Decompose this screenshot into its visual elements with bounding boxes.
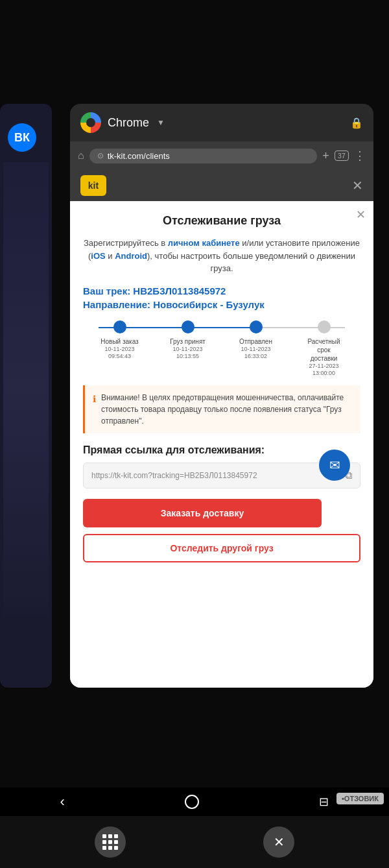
step-dot-4 <box>318 320 331 333</box>
step-date-2: 10-11-202310:13:55 <box>172 346 202 361</box>
tracking-number: Ваш трек: НВ2Б3Л0113845972 <box>83 285 360 296</box>
step-date-1: 10-11-202309:54:43 <box>104 346 134 361</box>
email-fab-button[interactable]: ✉ <box>319 450 350 481</box>
chrome-logo-icon <box>80 112 101 133</box>
add-tab-button[interactable]: + <box>322 149 329 163</box>
tracking-link-url: https://tk-kit.com?tracking=НВ2Б3Л011384… <box>91 471 340 480</box>
secure-icon: ⊙ <box>97 151 104 160</box>
progress-tracker: Новый заказ 10-11-202309:54:43 Груз прин… <box>83 320 360 378</box>
step-label-3: Отправлен <box>239 337 272 346</box>
nav-home-button[interactable] <box>185 795 199 809</box>
kit-logo-bar: kit ✕ <box>70 170 373 201</box>
warning-icon: ℹ <box>93 392 96 406</box>
tracking-link-title: Прямая ссылка для отслеживания: <box>83 444 360 457</box>
url-actions: + 37 ⋮ <box>322 149 366 163</box>
modal-desc-text3: и <box>106 251 115 261</box>
web-content: kit ✕ ✕ Отслеживание груза Зарегистрируй… <box>70 170 373 688</box>
android-nav-bar: ‹ ⊟ <box>0 788 389 816</box>
step-date-3: 10-11-202316:33:02 <box>241 346 270 361</box>
modal-area: ✕ Отслеживание груза Зарегистрируйтесь в… <box>70 201 373 688</box>
modal-close-button[interactable]: ✕ <box>356 208 366 222</box>
chrome-app-title: Chrome <box>108 116 149 130</box>
watermark: •ОТЗОВИК <box>336 793 384 804</box>
home-icon[interactable]: ⌂ <box>78 150 84 162</box>
url-text: tk-kit.com/clients <box>108 151 170 161</box>
popup-close-button[interactable]: ✕ <box>352 178 363 193</box>
chrome-lock-icon: 🔒 <box>350 117 363 129</box>
step-dot-3 <box>250 320 263 333</box>
chrome-header: Chrome ▼ 🔒 <box>70 104 373 141</box>
link-ios[interactable]: iOS <box>91 251 105 261</box>
tracker-step-4: Расчетный срок доставки 27-11-202313:00:… <box>290 320 358 378</box>
modal-desc-text4: ), чтобы настроить больше уведомлений о … <box>147 251 355 274</box>
tracking-info: Ваш трек: НВ2Б3Л0113845972 Направление: … <box>83 285 360 310</box>
task-close-button[interactable]: ✕ <box>263 826 294 858</box>
track-another-button[interactable]: Отследить другой груз <box>83 534 360 562</box>
grid-icon <box>102 834 118 850</box>
link-cabinet[interactable]: личном кабинете <box>168 238 240 248</box>
tab-count-badge[interactable]: 37 <box>335 151 349 161</box>
close-x-icon: ✕ <box>274 834 285 850</box>
vk-icon: ВК <box>8 123 36 152</box>
modal-content: Отслеживание груза Зарегистрируйтесь в л… <box>70 201 373 688</box>
link-android[interactable]: Android <box>115 251 147 261</box>
step-dot-2 <box>182 320 194 333</box>
kit-logo: kit <box>80 175 106 196</box>
step-label-4: Расчетный срок доставки <box>305 337 344 363</box>
button-row: Заказать доставку ✉ <box>83 499 360 527</box>
order-delivery-button[interactable]: Заказать доставку <box>83 499 322 527</box>
nav-recent-button[interactable]: ⊟ <box>319 795 329 809</box>
warning-box: ℹ Внимание! В целях предотвращения мошен… <box>83 385 360 433</box>
tracker-step-3: Отправлен 10-11-202316:33:02 <box>222 320 290 361</box>
url-bar: ⌂ ⊙ tk-kit.com/clients + 37 ⋮ <box>70 141 373 170</box>
url-input-area[interactable]: ⊙ tk-kit.com/clients <box>89 149 318 163</box>
warning-text: Внимание! В целях предотвращения мошенни… <box>101 392 353 427</box>
vk-app-card: ВК <box>0 104 52 688</box>
task-switcher-grid-button[interactable] <box>95 826 126 858</box>
step-label-1: Новый заказ <box>100 337 138 346</box>
tracking-route: Направление: Новосибирск - Бузулук <box>83 299 360 310</box>
modal-description: Зарегистрируйтесь в личном кабинете и/ил… <box>83 237 360 275</box>
tracker-step-1: Новый заказ 10-11-202309:54:43 <box>86 320 154 361</box>
tracker-step-2: Груз принят 10-11-202310:13:55 <box>154 320 222 361</box>
android-task-switcher-bar: ✕ <box>0 816 389 868</box>
step-date-4: 27-11-202313:00:00 <box>309 363 338 378</box>
chrome-dropdown-icon[interactable]: ▼ <box>157 118 165 127</box>
vk-app-content <box>3 162 49 616</box>
modal-desc-text1: Зарегистрируйтесь в <box>84 238 168 248</box>
nav-back-button[interactable]: ‹ <box>60 793 65 810</box>
chrome-card: Chrome ▼ 🔒 ⌂ ⊙ tk-kit.com/clients + 37 ⋮… <box>70 104 373 688</box>
step-label-2: Груз принят <box>170 337 206 346</box>
step-dot-1 <box>113 320 126 333</box>
modal-title: Отслеживание груза <box>83 214 360 228</box>
menu-button[interactable]: ⋮ <box>354 149 366 163</box>
